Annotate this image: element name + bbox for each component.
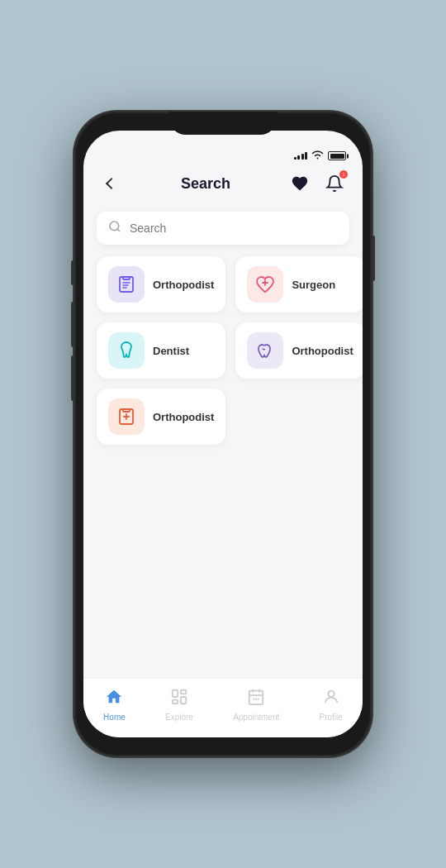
nav-actions: 1 (287, 170, 348, 197)
status-icons (294, 150, 347, 162)
svg-rect-7 (249, 691, 263, 705)
category-icon-bg-orthopodist-2 (247, 332, 283, 369)
category-icon-bg-surgeon (247, 266, 283, 303)
volume-up-button[interactable] (71, 260, 74, 285)
search-input[interactable] (130, 222, 338, 235)
category-grid: Orthopodist Surgeon (97, 256, 349, 445)
notifications-button[interactable]: 1 (321, 170, 348, 197)
silent-button[interactable] (71, 355, 74, 401)
phone-screen: Search 1 (83, 131, 363, 737)
battery-icon (328, 151, 346, 160)
category-card-orthopodist-1[interactable]: Orthopodist (97, 256, 225, 312)
search-icon (108, 220, 121, 236)
explore-icon (170, 688, 188, 710)
tab-explore[interactable]: Explore (155, 684, 203, 725)
svg-point-0 (110, 222, 119, 231)
category-icon-bg-dentist (108, 332, 145, 369)
tab-home-label: Home (103, 713, 126, 722)
category-label-dentist: Dentist (153, 345, 189, 357)
back-chevron-icon (106, 178, 117, 189)
tab-explore-label: Explore (165, 713, 193, 722)
tab-profile[interactable]: Profile (310, 684, 353, 725)
tab-appointment[interactable]: Appointment (223, 684, 289, 725)
profile-icon (322, 688, 340, 710)
wifi-icon (311, 150, 324, 162)
appointment-icon (247, 688, 265, 710)
page-title: Search (181, 175, 230, 193)
bottom-nav: Home Explore (83, 678, 363, 737)
svg-rect-5 (181, 697, 186, 703)
category-label-orthopodist-2: Orthopodist (292, 345, 353, 357)
phone-frame: Search 1 (74, 112, 372, 756)
category-card-orthopodist-2[interactable]: Orthopodist (235, 322, 363, 379)
notch (169, 112, 277, 135)
category-icon-bg-orthopodist-1 (108, 266, 145, 303)
category-card-orthopodist-3[interactable]: Orthopodist (97, 389, 225, 445)
svg-rect-3 (173, 690, 178, 697)
status-bar (83, 131, 363, 167)
power-button[interactable] (372, 236, 375, 281)
category-label-surgeon: Surgeon (292, 279, 335, 291)
category-card-dentist[interactable]: Dentist (97, 322, 225, 379)
back-button[interactable] (98, 170, 125, 197)
svg-point-8 (328, 691, 334, 697)
top-nav: Search 1 (83, 167, 363, 205)
tab-profile-label: Profile (320, 713, 343, 722)
search-bar[interactable] (97, 212, 349, 245)
phone-wrapper: Search 1 (0, 0, 446, 868)
battery-fill (330, 154, 344, 159)
svg-rect-4 (181, 690, 186, 694)
home-icon (105, 688, 123, 710)
notification-badge: 1 (339, 170, 348, 179)
tab-home[interactable]: Home (93, 684, 135, 725)
category-label-orthopodist-1: Orthopodist (153, 279, 214, 291)
svg-rect-6 (173, 700, 178, 704)
tab-appointment-label: Appointment (233, 713, 279, 722)
category-icon-bg-orthopodist-3 (108, 398, 145, 435)
signal-bar-1 (294, 157, 297, 160)
main-content: Orthopodist Surgeon (83, 205, 363, 678)
signal-bar-3 (301, 154, 304, 160)
signal-icon (294, 152, 308, 160)
favorites-button[interactable] (287, 170, 313, 197)
signal-bar-4 (305, 152, 307, 160)
category-label-orthopodist-3: Orthopodist (153, 411, 214, 423)
volume-down-button[interactable] (71, 302, 74, 347)
signal-bar-2 (297, 155, 300, 160)
category-card-surgeon[interactable]: Surgeon (235, 256, 363, 312)
